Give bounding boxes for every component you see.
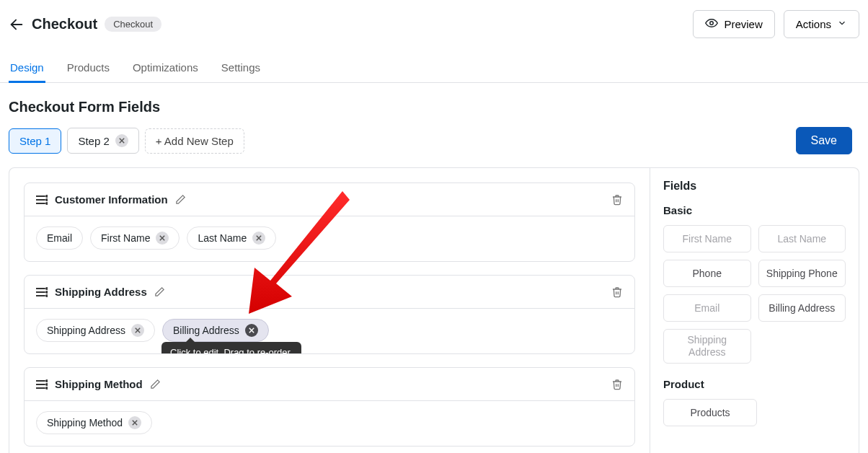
section-title: Checkout Form Fields (0, 83, 868, 127)
card-title: Shipping Method (55, 378, 143, 390)
actions-label: Actions (796, 18, 831, 30)
add-step-button[interactable]: + Add New Step (145, 128, 244, 154)
field-email[interactable]: Email (36, 226, 83, 250)
field-label: Billing Address (173, 325, 239, 336)
svg-point-29 (46, 387, 48, 389)
sidebar-field-shipping-address: Shipping Address (663, 329, 751, 364)
edit-icon[interactable] (154, 286, 165, 297)
step-1-button[interactable]: Step 1 (9, 128, 61, 154)
tab-design[interactable]: Design (9, 54, 45, 83)
svg-point-28 (46, 384, 48, 385)
edit-icon[interactable] (150, 379, 161, 390)
tab-products[interactable]: Products (66, 54, 111, 83)
chevron-down-icon (837, 18, 847, 30)
tabs: Design Products Optimizations Settings (0, 54, 868, 83)
field-label: First Name (101, 232, 150, 244)
field-label: Shipping Address (47, 325, 125, 336)
card-shipping-address: Shipping Address Shipping Address Billin… (24, 275, 635, 354)
svg-point-8 (46, 199, 48, 201)
step-2-button[interactable]: Step 2 (67, 128, 138, 154)
card-customer-information: Customer Information Email First Name (24, 182, 635, 262)
drag-handle-icon[interactable] (36, 379, 48, 390)
sidebar-field-billing-address[interactable]: Billing Address (758, 294, 846, 322)
actions-button[interactable]: Actions (784, 10, 859, 38)
sidebar-field-label: Shipping Address (682, 334, 732, 359)
sidebar-field-shipping-phone[interactable]: Shipping Phone (758, 260, 846, 287)
svg-point-1 (710, 22, 714, 25)
card-shipping-method: Shipping Method Shipping Method (24, 367, 635, 447)
card-title: Shipping Address (55, 286, 147, 298)
trash-icon[interactable] (611, 194, 623, 206)
tooltip: Click to edit. Drag to re-order. (161, 342, 301, 354)
field-label: Shipping Method (47, 417, 123, 428)
svg-point-9 (46, 203, 48, 204)
trash-icon[interactable] (611, 379, 623, 390)
field-billing-address[interactable]: Billing Address (162, 319, 269, 342)
sidebar-basic-label: Basic (663, 204, 846, 216)
page-title: Checkout (32, 16, 97, 32)
svg-point-7 (46, 195, 48, 197)
sidebar-field-phone[interactable]: Phone (663, 260, 751, 287)
preview-button[interactable]: Preview (693, 10, 774, 38)
remove-field-icon[interactable] (156, 232, 169, 245)
svg-point-19 (46, 295, 48, 296)
field-shipping-method[interactable]: Shipping Method (36, 411, 152, 434)
sidebar-title: Fields (663, 180, 846, 193)
drag-handle-icon[interactable] (36, 195, 48, 205)
sidebar-field-products[interactable]: Products (663, 399, 757, 426)
eye-icon (705, 17, 718, 32)
field-label: Email (47, 232, 72, 244)
sidebar-product-label: Product (663, 378, 846, 390)
field-first-name[interactable]: First Name (90, 226, 180, 250)
sidebar-field-first-name: First Name (663, 225, 751, 252)
step-2-label: Step 2 (78, 135, 109, 147)
svg-point-18 (46, 291, 48, 293)
preview-label: Preview (724, 18, 762, 30)
remove-field-icon[interactable] (131, 324, 144, 337)
drag-handle-icon[interactable] (36, 287, 48, 297)
svg-point-27 (46, 380, 48, 382)
sidebar-field-email: Email (663, 294, 751, 322)
back-arrow-icon[interactable] (9, 17, 25, 32)
field-last-name[interactable]: Last Name (187, 226, 276, 250)
trash-icon[interactable] (611, 286, 623, 298)
tab-optimizations[interactable]: Optimizations (131, 54, 200, 83)
edit-icon[interactable] (175, 194, 186, 205)
card-title: Customer Information (55, 193, 168, 206)
svg-point-17 (46, 288, 48, 289)
field-label: Last Name (198, 232, 247, 244)
remove-field-icon[interactable] (128, 416, 141, 429)
remove-field-icon[interactable] (245, 324, 258, 337)
tab-settings[interactable]: Settings (220, 54, 262, 83)
remove-step-2-icon[interactable] (115, 134, 128, 147)
save-button[interactable]: Save (796, 127, 852, 154)
remove-field-icon[interactable] (252, 232, 265, 245)
field-shipping-address[interactable]: Shipping Address (36, 319, 155, 342)
page-badge: Checkout (105, 17, 161, 32)
sidebar-field-last-name: Last Name (758, 225, 846, 252)
